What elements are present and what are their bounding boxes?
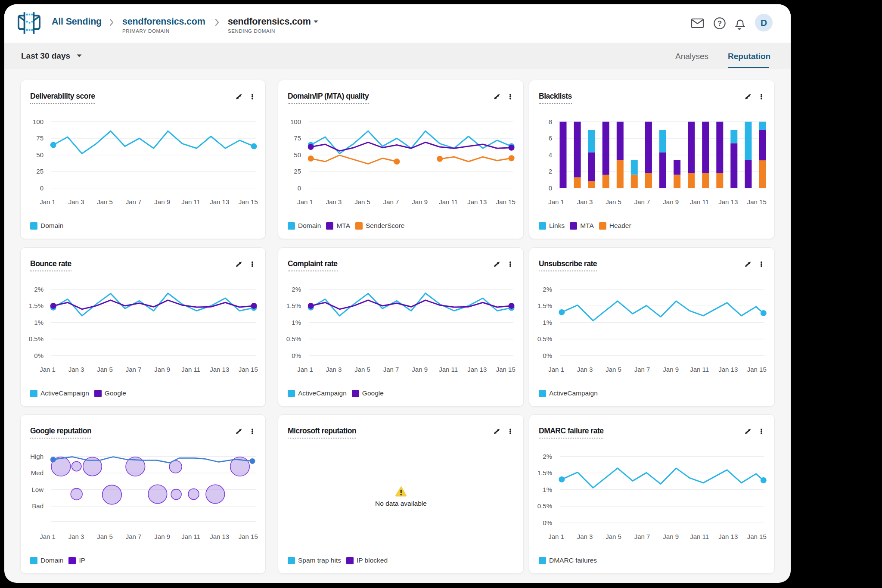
svg-text:Jan 7: Jan 7 [634, 533, 650, 540]
svg-text:0%: 0% [543, 519, 552, 526]
svg-text:Jan 1: Jan 1 [297, 198, 313, 205]
svg-text:0.5%: 0.5% [537, 502, 552, 510]
svg-text:Jan 1: Jan 1 [548, 533, 564, 540]
svg-text:Jan 3: Jan 3 [68, 366, 84, 373]
svg-text:1.5%: 1.5% [537, 469, 552, 476]
svg-text:Jan 15: Jan 15 [239, 533, 258, 540]
svg-text:100: 100 [290, 118, 301, 125]
svg-text:Jan 13: Jan 13 [718, 366, 738, 373]
svg-text:Jan 15: Jan 15 [496, 198, 516, 205]
svg-text:0%: 0% [543, 352, 552, 359]
svg-text:75: 75 [36, 134, 43, 142]
svg-text:Jan 11: Jan 11 [439, 198, 458, 205]
svg-text:1.5%: 1.5% [29, 302, 43, 309]
svg-text:Jan 15: Jan 15 [747, 198, 767, 205]
svg-text:Jan 11: Jan 11 [181, 366, 200, 373]
svg-text:High: High [30, 453, 43, 460]
svg-text:No data available: No data available [375, 500, 427, 507]
svg-text:Jan 3: Jan 3 [326, 198, 342, 205]
svg-text:Jan 3: Jan 3 [68, 533, 84, 540]
svg-text:50: 50 [36, 151, 43, 159]
svg-text:Jan 5: Jan 5 [97, 366, 113, 373]
svg-text:Jan 3: Jan 3 [68, 198, 84, 205]
svg-text:Jan 5: Jan 5 [97, 533, 113, 540]
svg-text:4: 4 [549, 151, 552, 159]
svg-text:Med: Med [31, 469, 43, 476]
svg-text:Jan 3: Jan 3 [326, 366, 342, 373]
svg-text:0: 0 [298, 184, 301, 192]
svg-text:0.5%: 0.5% [537, 335, 552, 342]
svg-text:Jan 11: Jan 11 [439, 366, 458, 373]
svg-text:Jan 13: Jan 13 [210, 198, 229, 205]
svg-text:Jan 11: Jan 11 [181, 533, 200, 540]
svg-text:50: 50 [294, 151, 301, 159]
svg-text:Jan 9: Jan 9 [663, 366, 679, 373]
svg-text:Jan 1: Jan 1 [297, 366, 313, 373]
svg-text:Jan 1: Jan 1 [40, 533, 56, 540]
svg-text:Jan 9: Jan 9 [412, 198, 428, 205]
svg-text:Jan 11: Jan 11 [181, 198, 200, 205]
svg-text:Jan 7: Jan 7 [126, 198, 142, 205]
svg-text:0: 0 [549, 184, 552, 192]
svg-text:0%: 0% [34, 352, 43, 359]
svg-text:Jan 15: Jan 15 [747, 533, 767, 540]
svg-text:Jan 5: Jan 5 [354, 198, 370, 205]
svg-text:Jan 13: Jan 13 [467, 366, 487, 373]
svg-text:Jan 1: Jan 1 [40, 198, 56, 205]
svg-text:Jan 13: Jan 13 [718, 533, 738, 540]
svg-text:0%: 0% [292, 352, 301, 359]
svg-text:Jan 11: Jan 11 [690, 366, 709, 373]
svg-text:0.5%: 0.5% [29, 335, 43, 342]
svg-text:Jan 15: Jan 15 [747, 366, 767, 373]
svg-text:Jan 5: Jan 5 [606, 366, 621, 373]
svg-text:Jan 5: Jan 5 [606, 198, 621, 205]
svg-text:Jan 7: Jan 7 [126, 366, 142, 373]
svg-text:Jan 1: Jan 1 [548, 366, 564, 373]
svg-text:Jan 5: Jan 5 [354, 366, 370, 373]
svg-text:Jan 9: Jan 9 [154, 198, 170, 205]
svg-text:1%: 1% [292, 319, 301, 326]
svg-text:Jan 9: Jan 9 [663, 533, 679, 540]
svg-text:1.5%: 1.5% [286, 302, 301, 309]
svg-text:Jan 11: Jan 11 [690, 198, 709, 205]
svg-text:Jan 9: Jan 9 [663, 198, 679, 205]
svg-text:Jan 3: Jan 3 [577, 366, 593, 373]
svg-text:Jan 1: Jan 1 [40, 366, 56, 373]
svg-text:Jan 15: Jan 15 [239, 366, 258, 373]
svg-text:2: 2 [549, 168, 552, 175]
svg-text:2%: 2% [292, 286, 301, 293]
svg-text:Bad: Bad [32, 502, 43, 510]
svg-text:Jan 9: Jan 9 [154, 533, 170, 540]
svg-text:Jan 13: Jan 13 [718, 198, 738, 205]
svg-text:1%: 1% [543, 319, 552, 326]
svg-text:Jan 7: Jan 7 [383, 198, 399, 205]
svg-text:2%: 2% [543, 453, 552, 460]
svg-text:Jan 1: Jan 1 [548, 198, 564, 205]
svg-text:Jan 13: Jan 13 [210, 366, 229, 373]
svg-text:Jan 7: Jan 7 [634, 366, 650, 373]
svg-text:75: 75 [294, 134, 301, 142]
svg-text:Jan 11: Jan 11 [690, 533, 709, 540]
svg-text:2%: 2% [543, 286, 552, 293]
svg-text:Low: Low [31, 486, 43, 493]
svg-text:Jan 5: Jan 5 [606, 533, 621, 540]
svg-text:25: 25 [36, 168, 43, 175]
svg-text:6: 6 [549, 134, 552, 142]
svg-text:Jan 7: Jan 7 [383, 366, 399, 373]
svg-text:1%: 1% [543, 486, 552, 493]
svg-text:Jan 9: Jan 9 [412, 366, 428, 373]
svg-text:Jan 13: Jan 13 [467, 198, 487, 205]
svg-text:Jan 9: Jan 9 [154, 366, 170, 373]
svg-text:0: 0 [40, 184, 43, 192]
svg-text:1.5%: 1.5% [537, 302, 552, 309]
svg-text:Jan 7: Jan 7 [634, 198, 650, 205]
svg-text:Jan 15: Jan 15 [496, 366, 516, 373]
svg-text:8: 8 [549, 118, 552, 125]
svg-text:Jan 13: Jan 13 [210, 533, 229, 540]
svg-text:0.5%: 0.5% [286, 335, 301, 342]
svg-text:Jan 5: Jan 5 [97, 198, 113, 205]
svg-text:25: 25 [294, 168, 301, 175]
svg-text:100: 100 [33, 118, 43, 125]
svg-text:Jan 3: Jan 3 [577, 198, 593, 205]
svg-text:Jan 15: Jan 15 [239, 198, 258, 205]
